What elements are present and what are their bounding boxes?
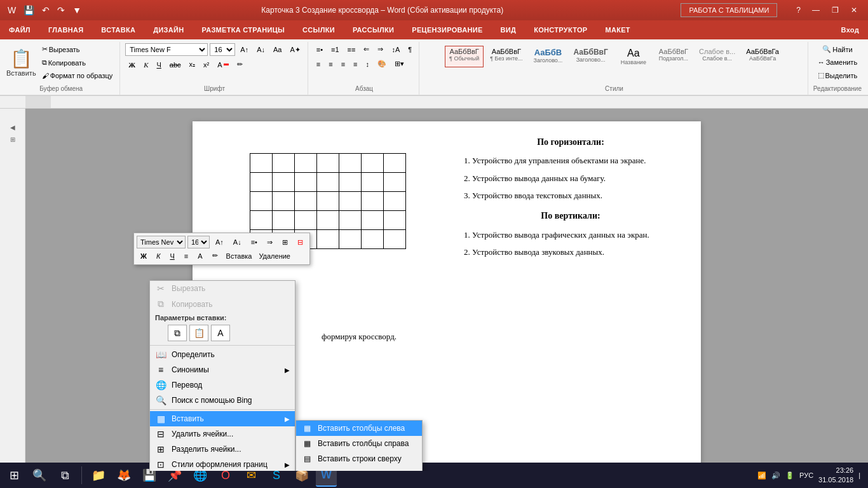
bold-button[interactable]: Ж xyxy=(125,59,139,71)
document-area[interactable]: 8. формируя кроссворд. В дан столбо По г… xyxy=(25,109,868,471)
ctx-border-styles[interactable]: ⊡ Стили оформления границ ▶ xyxy=(150,457,295,471)
font-size-select[interactable]: 16 xyxy=(210,43,235,56)
clock[interactable]: 23:26 31.05.2018 xyxy=(818,466,853,485)
numbering-button[interactable]: ≡1 xyxy=(328,44,342,55)
ctx-copy[interactable]: ⧉ Копировать xyxy=(150,296,295,312)
tab-file[interactable]: ФАЙЛ xyxy=(0,20,39,39)
ctx-cut[interactable]: ✂ Вырезать xyxy=(150,281,295,296)
tab-maket[interactable]: МАКЕТ xyxy=(596,20,639,39)
italic-button[interactable]: К xyxy=(140,59,151,71)
format-painter-button[interactable]: 🖌 Формат по образцу xyxy=(39,70,116,81)
battery-icon[interactable]: 🔋 xyxy=(785,471,794,480)
float-underline-button[interactable]: Ч xyxy=(166,250,178,262)
float-table-delete-button[interactable]: ⊟ xyxy=(294,236,307,248)
shading-button[interactable]: 🎨 xyxy=(374,58,390,70)
tab-review[interactable]: РЕЦЕНЗИРОВАНИЕ xyxy=(403,20,491,39)
ctx-split-cells[interactable]: ⊞ Разделить ячейки... xyxy=(150,442,295,457)
ctx-translate[interactable]: 🌐 Перевод xyxy=(150,377,295,393)
tab-insert[interactable]: ВСТАВКА xyxy=(92,20,144,39)
float-size-up-button[interactable]: A↑ xyxy=(212,236,227,248)
line-spacing-button[interactable]: ↕ xyxy=(362,58,372,70)
taskbar-explorer[interactable]: 📁 xyxy=(87,464,110,487)
strikethrough-button[interactable]: abc xyxy=(166,59,184,71)
clear-format-button[interactable]: Aa xyxy=(270,44,285,55)
float-bold-button[interactable]: Ж xyxy=(137,250,151,262)
paste-button[interactable]: 📋 Вставить xyxy=(6,48,36,77)
tab-layout[interactable]: РАЗМЕТКА СТРАНИЦЫ xyxy=(193,20,294,39)
minimize-button[interactable]: — xyxy=(807,4,825,17)
style-title[interactable]: Аа Название xyxy=(614,46,653,67)
sub-insert-cols-left[interactable]: ▦ Вставить столбцы слева xyxy=(296,421,422,436)
ctx-bing[interactable]: 🔍 Поиск с помощью Bing xyxy=(150,393,295,408)
align-left-button[interactable]: ≡ xyxy=(313,58,323,70)
superscript-button[interactable]: x² xyxy=(200,59,212,71)
float-align-button[interactable]: ≡ xyxy=(180,250,192,262)
undo-icon[interactable]: ↶ xyxy=(39,4,52,17)
show-desktop-button[interactable]: | xyxy=(858,471,860,479)
increase-font-button[interactable]: A↑ xyxy=(237,44,252,55)
subscript-button[interactable]: x₂ xyxy=(186,58,199,71)
style-no-spacing[interactable]: АаБбВвГ ¶ Без инте... xyxy=(485,46,527,67)
style-subtle-emphasis[interactable]: Слабое в... Слабое в... xyxy=(695,46,740,67)
find-button[interactable]: 🔍 Найти xyxy=(819,43,855,55)
ctx-synonyms[interactable]: ≡ Синонимы ▶ xyxy=(150,362,295,377)
paste-icon-2[interactable]: 📋 xyxy=(189,325,208,341)
borders-button[interactable]: ⊞▾ xyxy=(391,58,407,70)
close-button[interactable]: ✕ xyxy=(845,4,863,17)
align-center-button[interactable]: ≡ xyxy=(325,58,336,70)
customize-icon[interactable]: ▼ xyxy=(70,4,84,17)
ctx-delete-cells[interactable]: ⊟ Удалить ячейки... xyxy=(150,426,295,442)
tab-design[interactable]: ДИЗАЙН xyxy=(144,20,193,39)
style-extra[interactable]: АаБбВвГа АаБбВвГа xyxy=(742,46,783,67)
decrease-indent-button[interactable]: ⇐ xyxy=(360,43,372,55)
style-subtitle[interactable]: АаБбВвГ Подзагол... xyxy=(654,46,693,67)
network-icon[interactable]: 📶 xyxy=(757,471,766,480)
float-size-down-button[interactable]: A↓ xyxy=(229,236,245,248)
copy-button[interactable]: ⧉ Копировать xyxy=(39,57,116,69)
sort-button[interactable]: ↕A xyxy=(388,44,403,55)
float-list-button[interactable]: ≡• xyxy=(247,236,261,248)
float-size-select[interactable]: 16 xyxy=(187,236,210,248)
font-color-button[interactable]: A xyxy=(214,59,231,71)
underline-button[interactable]: Ч xyxy=(153,59,164,71)
ctx-insert[interactable]: ▦ Вставить ▶ xyxy=(150,411,295,426)
tab-constructor[interactable]: КОНСТРУКТОР xyxy=(525,20,596,39)
search-taskbar-button[interactable]: 🔍 xyxy=(28,464,51,487)
paste-icon-3[interactable]: A xyxy=(211,325,230,341)
justify-button[interactable]: ≡ xyxy=(350,58,360,70)
volume-icon[interactable]: 🔊 xyxy=(771,471,780,480)
help-icon[interactable]: ? xyxy=(796,6,801,15)
increase-indent-button[interactable]: ⇒ xyxy=(374,43,386,55)
sub-insert-cols-right[interactable]: ▦ Вставить столбцы справа xyxy=(296,436,422,451)
tab-login[interactable]: Вход xyxy=(832,20,868,39)
sub-insert-rows-above[interactable]: ▤ Вставить строки сверху xyxy=(296,451,422,466)
float-font-select[interactable]: Times Nev xyxy=(137,236,186,248)
text-effects-button[interactable]: A✦ xyxy=(287,44,303,56)
float-table-insert-button[interactable]: ⊞ xyxy=(278,236,292,248)
redo-icon[interactable]: ↷ xyxy=(55,4,67,17)
sub-insert-rows-below[interactable]: ▤ Вставить строки снизу xyxy=(296,466,422,471)
save-icon[interactable]: 💾 xyxy=(21,4,37,17)
highlight-button[interactable]: ✏ xyxy=(234,58,246,71)
taskbar-firefox[interactable]: 🦊 xyxy=(112,464,135,487)
style-normal[interactable]: АаБбВвГ ¶ Обычный xyxy=(445,46,484,67)
float-color-button[interactable]: A xyxy=(194,250,206,262)
decrease-font-button[interactable]: A↓ xyxy=(254,44,268,55)
align-right-button[interactable]: ≡ xyxy=(338,58,348,70)
multilevel-button[interactable]: ≡≡ xyxy=(344,44,359,55)
font-family-select[interactable]: Times New F xyxy=(125,43,208,56)
cut-button[interactable]: ✂ Вырезать xyxy=(39,43,116,55)
select-button[interactable]: ⬚ Выделить xyxy=(815,69,861,81)
start-button[interactable]: ⊞ xyxy=(3,464,25,487)
style-heading2[interactable]: АаБбВвГ Заголово... xyxy=(569,46,612,67)
tab-view[interactable]: ВИД xyxy=(492,20,526,39)
restore-button[interactable]: ❐ xyxy=(826,4,844,17)
float-italic-button[interactable]: К xyxy=(153,250,164,262)
tab-home[interactable]: ГЛАВНАЯ xyxy=(39,20,92,39)
tab-mail[interactable]: РАССЫЛКИ xyxy=(344,20,403,39)
bullets-button[interactable]: ≡• xyxy=(313,44,326,55)
ctx-define[interactable]: 📖 Определить xyxy=(150,347,295,362)
float-indent-button[interactable]: ⇒ xyxy=(263,236,276,248)
replace-button[interactable]: ↔ Заменить xyxy=(815,57,860,68)
style-heading1[interactable]: АаБбВ Заголово... xyxy=(529,46,567,67)
